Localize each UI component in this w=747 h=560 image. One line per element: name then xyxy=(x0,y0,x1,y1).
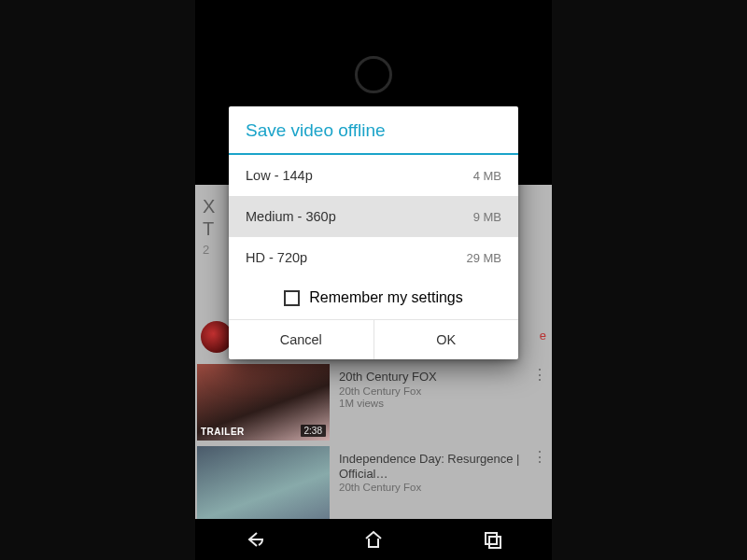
channel-avatar xyxy=(201,321,233,353)
quality-label: Low - 144p xyxy=(246,168,313,183)
quality-option-hd[interactable]: HD - 720p 29 MB xyxy=(229,237,518,278)
android-navbar xyxy=(195,519,552,560)
video-thumbnail[interactable] xyxy=(197,446,330,523)
dialog-title: Save video offline xyxy=(229,106,518,153)
video-channel: 20th Century Fox xyxy=(339,385,520,397)
video-title: 20th Century FOX xyxy=(339,370,520,385)
bg-peek-text: X xyxy=(203,196,215,217)
camera-ring-icon xyxy=(355,56,392,93)
video-channel: 20th Century Fox xyxy=(339,482,520,493)
video-views: 1M views xyxy=(339,398,520,409)
quality-label: Medium - 360p xyxy=(246,209,336,224)
checkbox-icon[interactable] xyxy=(284,290,300,306)
thumb-tag: TRAILER xyxy=(201,427,245,437)
quality-size: 4 MB xyxy=(473,169,501,183)
bg-peek-text: T xyxy=(203,218,214,240)
svg-rect-1 xyxy=(489,537,500,548)
video-meta: 20th Century FOX 20th Century Fox 1M vie… xyxy=(330,364,528,441)
quality-size: 9 MB xyxy=(473,210,501,224)
recents-icon[interactable] xyxy=(481,528,503,551)
save-offline-dialog: Save video offline Low - 144p 4 MB Mediu… xyxy=(229,106,518,359)
bg-peek-text: 2 xyxy=(203,243,209,257)
cancel-button[interactable]: Cancel xyxy=(229,320,374,359)
image-frame: X T 2 e TRAILER 2:38 20th Century FOX 20… xyxy=(0,0,747,560)
quality-option-low[interactable]: Low - 144p 4 MB xyxy=(229,155,518,196)
phone-screen: X T 2 e TRAILER 2:38 20th Century FOX 20… xyxy=(195,0,552,560)
video-meta: Independence Day: Resurgence | Official…… xyxy=(330,446,528,523)
video-row[interactable]: Independence Day: Resurgence | Official…… xyxy=(195,446,552,523)
quality-label: HD - 720p xyxy=(246,250,307,265)
home-icon[interactable] xyxy=(362,528,385,551)
quality-option-medium[interactable]: Medium - 360p 9 MB xyxy=(229,196,518,237)
svg-rect-0 xyxy=(486,533,497,544)
remember-row[interactable]: Remember my settings xyxy=(229,278,518,319)
back-icon[interactable] xyxy=(244,528,266,551)
bg-peek-red-text: e xyxy=(540,329,546,343)
video-duration: 2:38 xyxy=(301,425,326,437)
overflow-icon[interactable]: ⋮ xyxy=(528,446,552,523)
video-thumbnail[interactable]: TRAILER 2:38 xyxy=(197,364,330,441)
quality-size: 29 MB xyxy=(466,251,501,265)
dialog-button-row: Cancel OK xyxy=(229,319,518,359)
remember-label: Remember my settings xyxy=(309,289,463,306)
ok-button[interactable]: OK xyxy=(374,320,519,359)
video-row[interactable]: TRAILER 2:38 20th Century FOX 20th Centu… xyxy=(195,364,552,441)
video-title: Independence Day: Resurgence | Official… xyxy=(339,452,520,481)
overflow-icon[interactable]: ⋮ xyxy=(528,364,552,441)
